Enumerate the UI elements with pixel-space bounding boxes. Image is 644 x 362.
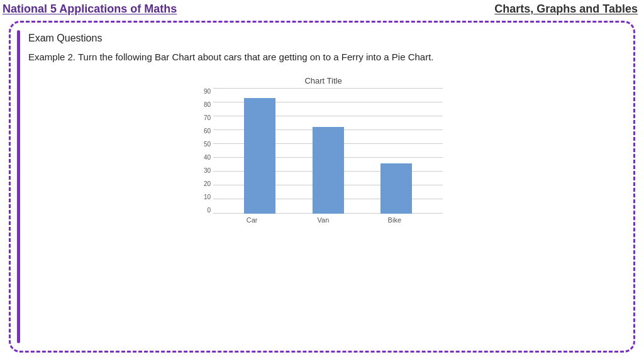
bars-container xyxy=(213,88,443,214)
chart-container: Chart Title 0102030405060708090 xyxy=(204,76,443,224)
section-label: Exam Questions xyxy=(28,33,618,44)
y-axis-label: 70 xyxy=(204,114,211,121)
bar xyxy=(313,127,344,214)
x-labels: CarVanBike xyxy=(204,214,443,224)
y-axis-label: 40 xyxy=(204,154,211,161)
y-axis-label: 90 xyxy=(204,88,211,95)
y-axis-label: 50 xyxy=(204,141,211,148)
page-title-left: National 5 Applications of Maths xyxy=(3,3,177,16)
bar xyxy=(244,98,275,214)
bar xyxy=(380,163,412,214)
main-container: Exam Questions Example 2. Turn the follo… xyxy=(9,21,635,353)
page-title-right: Charts, Graphs and Tables xyxy=(494,3,638,16)
chart-wrapper: Chart Title 0102030405060708090 xyxy=(28,76,618,224)
y-axis-label: 80 xyxy=(204,101,211,108)
y-axis-label: 30 xyxy=(204,167,211,174)
example-text: Example 2. Turn the following Bar Chart … xyxy=(28,50,618,65)
y-axis-label: 20 xyxy=(204,180,211,187)
y-axis-label: 60 xyxy=(204,128,211,134)
content-area: Exam Questions Example 2. Turn the follo… xyxy=(28,33,618,224)
x-axis-label: Bike xyxy=(379,216,410,224)
page-header: National 5 Applications of Maths Charts,… xyxy=(0,0,644,17)
x-axis-label: Car xyxy=(236,216,268,224)
chart-title: Chart Title xyxy=(204,76,443,85)
y-axis-label: 10 xyxy=(204,194,211,200)
y-axis-label: 0 xyxy=(208,207,211,214)
chart-plot xyxy=(213,88,443,214)
x-axis-label: Van xyxy=(308,216,339,224)
y-axis-labels: 0102030405060708090 xyxy=(204,88,213,214)
left-accent xyxy=(17,30,20,343)
chart-area: 0102030405060708090 xyxy=(204,88,443,214)
